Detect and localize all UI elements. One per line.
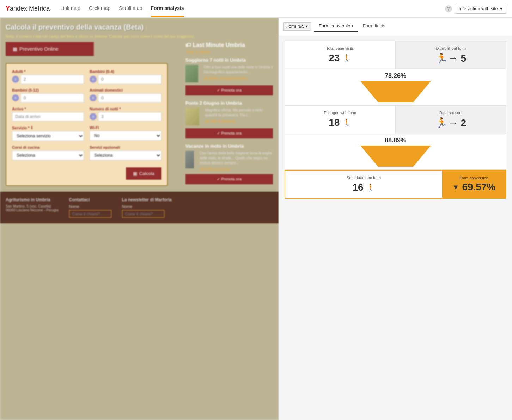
- stats-row-2: Engaged with form 18 🚶 Data not sent 🏃→ …: [285, 105, 506, 134]
- help-icon[interactable]: ?: [445, 5, 452, 12]
- wifi-select[interactable]: No: [90, 131, 161, 141]
- nav-right: ? Interaction with site ▾: [445, 4, 506, 14]
- panel-header: Form №5 ▾ Form conversion Form fields: [279, 18, 512, 35]
- form-selector[interactable]: Form №5 ▾: [283, 22, 311, 31]
- offer-img-3: [185, 151, 194, 168]
- last-minute-link[interactable]: Tutte le offerte: [185, 50, 273, 54]
- data-not-sent-label: Data not sent: [402, 111, 501, 115]
- booking-form: Adulti * 2 Bambini (0-4) 0: [6, 63, 168, 186]
- logo-y: Y: [6, 5, 10, 12]
- offer-price-2: da 396 a persona: [205, 119, 273, 123]
- bambini04-label: Bambini (0-4): [90, 69, 161, 74]
- main-container: Calcola il preventivo della vacanza (Bet…: [0, 18, 512, 420]
- bambini04-input[interactable]: [98, 75, 161, 84]
- offer-title-3: Vacanze in moto in Umbria: [185, 143, 273, 149]
- engaged-value: 18 🚶: [291, 117, 390, 128]
- footer-col2-title: Contattaci: [69, 197, 111, 202]
- offer-card-1: Soggiorno 7 notti in Umbria Offri ai tuo…: [185, 57, 273, 95]
- bottom-stats: Sent data from form 16 🚶 Form conversion…: [285, 170, 506, 199]
- funnel-shape-2: 88.89%: [360, 137, 431, 167]
- footer-col-2: Contattaci Nome: [69, 197, 111, 218]
- footer-col2-name-input[interactable]: [69, 210, 111, 218]
- footer-col-3: La newsletter di Marforia Nome: [122, 197, 172, 218]
- nav-click-map[interactable]: Click map: [89, 0, 110, 17]
- funnel-icon: ▼: [452, 183, 459, 191]
- adulti-input[interactable]: [20, 75, 84, 84]
- adulti-label: Adulti *: [12, 69, 84, 74]
- offer-text-1: Offri ai tuoi ospiti una delle mete in U…: [204, 65, 273, 75]
- person-icon-3: 🚶: [366, 183, 375, 192]
- funnel-svg-1: [360, 81, 431, 102]
- conversion-content: Total page visits 23 🚶 Didn't fill out f…: [279, 35, 512, 420]
- engaged-label: Engaged with form: [291, 111, 390, 115]
- website-area: Calcola il preventivo della vacanza (Bet…: [0, 18, 279, 420]
- funnel-shape-1: 78.26%: [360, 72, 431, 102]
- logo: Y andex Metrica: [6, 5, 50, 12]
- notti-label: Numero di notti *: [90, 107, 161, 111]
- data-not-sent-box: Data not sent 🏃→ 2: [396, 105, 507, 134]
- offer-price-3: da 638 a persona: [200, 167, 273, 171]
- calcola-btn[interactable]: ▦ Calcola: [126, 167, 161, 180]
- running-icon-1: 🏃→: [435, 52, 458, 64]
- prenota-btn-3[interactable]: ✓ Prenota ora: [185, 174, 273, 184]
- prenota-btn-1[interactable]: ✓ Prenota ora: [185, 85, 273, 95]
- svg-marker-1: [360, 146, 431, 167]
- footer-col3-title: La newsletter di Marforia: [122, 197, 172, 202]
- footer-col3-name-input[interactable]: [122, 210, 164, 218]
- form-conversion-label: Form conversion: [459, 176, 488, 180]
- page-subtitle: Nota: Il numero i dati nei campi del for…: [6, 34, 273, 38]
- nav-form-analysis[interactable]: Form analysis: [151, 0, 184, 17]
- arrivo-input[interactable]: [12, 112, 84, 121]
- footer-col1-title: Agriturismo in Umbria: [6, 197, 59, 202]
- servizio-select[interactable]: Seleziona servizio: [12, 131, 84, 141]
- preventivo-btn[interactable]: ▦ Preventivo Online: [6, 42, 94, 56]
- cucina-label: Corsi di cucina: [12, 145, 84, 149]
- footer-col1-addr: San Martino, 5 (voc. Casella) 06060 Lisc…: [6, 204, 59, 212]
- prenota-btn-2[interactable]: ✓ Prenota ora: [185, 128, 273, 138]
- notti-input[interactable]: [98, 112, 161, 121]
- nav-links: Link map Click map Scroll map Form analy…: [60, 0, 445, 17]
- cucina-select[interactable]: Seleziona: [12, 150, 84, 160]
- funnel-2-percent: 88.89%: [385, 137, 406, 144]
- didnt-fill-label: Didn't fill out form: [402, 46, 501, 50]
- footer-col3-name-label: Nome: [122, 204, 172, 209]
- funnel-1-percent: 78.26%: [385, 72, 406, 80]
- sent-box: Sent data from form 16 🚶: [285, 171, 442, 198]
- page-title: Calcola il preventivo della vacanza (Bet…: [6, 23, 273, 31]
- sent-label: Sent data from form: [291, 175, 437, 180]
- form-conversion-box: Form conversion ▼ 69.57%: [442, 171, 506, 198]
- total-visits-label: Total page visits: [291, 46, 390, 50]
- web-content: Calcola il preventivo della vacanza (Bet…: [0, 18, 279, 192]
- didnt-fill-value: 🏃→ 5: [402, 52, 501, 64]
- logo-text: andex Metrica: [10, 5, 50, 12]
- funnel-2-container: 88.89%: [285, 134, 506, 170]
- person-icon-2: 🚶: [342, 118, 351, 127]
- footer-col-1: Agriturismo in Umbria San Martino, 5 (vo…: [6, 197, 59, 218]
- nav-scroll-map[interactable]: Scroll map: [119, 0, 142, 17]
- offer-card-3: Vacanze in moto in Umbria Con l'arrivo d…: [185, 143, 273, 184]
- svg-marker-0: [360, 81, 431, 102]
- panel-tabs: Form conversion Form fields: [314, 20, 390, 32]
- last-minute-title: 🏷 Last Minute Umbria: [185, 42, 273, 48]
- running-icon-2: 🏃→: [435, 117, 458, 129]
- data-not-sent-value: 🏃→ 2: [402, 117, 501, 129]
- website-sim: Calcola il preventivo della vacanza (Bet…: [0, 18, 279, 420]
- sent-value: 16 🚶: [291, 182, 437, 193]
- web-footer: Agriturismo in Umbria San Martino, 5 (vo…: [0, 192, 279, 223]
- animali-input[interactable]: [98, 93, 161, 103]
- topnav: Y andex Metrica Link map Click map Scrol…: [0, 0, 512, 18]
- offer-img-1: [185, 65, 198, 82]
- nav-link-map[interactable]: Link map: [60, 0, 80, 17]
- tab-form-conversion[interactable]: Form conversion: [314, 20, 358, 32]
- bambini512-input[interactable]: [20, 93, 84, 103]
- wifi-label: Wi-Fi: [90, 125, 161, 130]
- total-visits-box: Total page visits 23 🚶: [285, 41, 396, 69]
- offer-price-1: da €985 all'appartamento: [204, 76, 273, 80]
- right-panel: Form №5 ▾ Form conversion Form fields To…: [279, 18, 512, 420]
- arrivo-label: Arrivo *: [12, 107, 84, 111]
- interaction-btn[interactable]: Interaction with site ▾: [455, 4, 506, 14]
- tab-form-fields[interactable]: Form fields: [358, 20, 390, 32]
- offer-text-3: Con l'arrivo della bella stagione torna …: [200, 151, 273, 166]
- opzionali-select[interactable]: Seleziona: [90, 150, 161, 160]
- footer-col2-name-label: Nome: [69, 204, 111, 209]
